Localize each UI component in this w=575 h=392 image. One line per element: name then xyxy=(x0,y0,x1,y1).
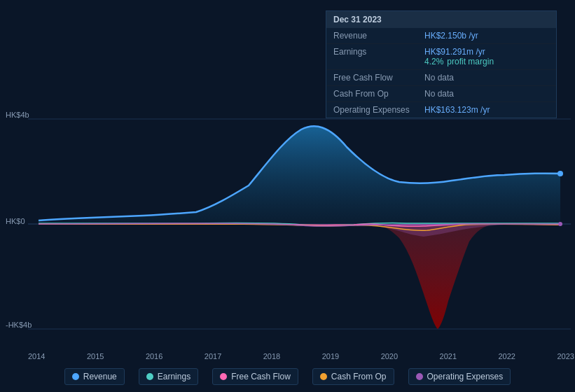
x-label-2020: 2020 xyxy=(381,352,398,360)
svg-point-3 xyxy=(557,171,563,176)
opex-row: Operating Expenses HK$163.123m /yr xyxy=(326,102,556,118)
profit-margin: 4.2% profit margin xyxy=(424,57,494,66)
x-label-2022: 2022 xyxy=(499,352,515,360)
earnings-dot xyxy=(146,373,153,380)
x-label-2014: 2014 xyxy=(28,352,45,360)
revenue-dot xyxy=(72,373,79,380)
earnings-values: HK$91.291m /yr 4.2% profit margin xyxy=(424,47,494,66)
opex-value: HK$163.123m /yr xyxy=(424,105,490,115)
revenue-label: Revenue xyxy=(333,31,424,41)
earnings-label: Earnings xyxy=(333,47,424,57)
profit-text: profit margin xyxy=(447,57,494,66)
cashfromop-label: Cash From Op xyxy=(333,89,424,99)
legend-cashfromop[interactable]: Cash From Op xyxy=(312,368,394,385)
x-label-2015: 2015 xyxy=(87,352,104,360)
opex-dot xyxy=(416,373,423,380)
earnings-value: HK$91.291m /yr xyxy=(424,47,494,57)
revenue-row: Revenue HK$2.150b /yr xyxy=(326,28,556,44)
legend-earnings-label: Earnings xyxy=(158,372,190,382)
profit-pct: 4.2% xyxy=(424,57,443,66)
legend-fcf-label: Free Cash Flow xyxy=(231,372,291,382)
x-label-2018: 2018 xyxy=(263,352,280,360)
x-axis: 2014 2015 2016 2017 2018 2019 2020 2021 … xyxy=(28,352,574,360)
legend-fcf[interactable]: Free Cash Flow xyxy=(212,368,298,385)
x-label-2023: 2023 xyxy=(557,352,574,360)
x-label-2017: 2017 xyxy=(205,352,221,360)
legend-revenue-label: Revenue xyxy=(83,372,117,382)
fcf-label: Free Cash Flow xyxy=(333,73,424,83)
revenue-value: HK$2.150b /yr xyxy=(424,31,478,41)
cashfromop-dot xyxy=(320,373,327,380)
legend-earnings[interactable]: Earnings xyxy=(139,368,198,385)
cashfromop-value: No data xyxy=(424,89,454,99)
info-title: Dec 31 2023 xyxy=(326,11,556,28)
legend-opex-label: Operating Expenses xyxy=(427,372,504,382)
fcf-dot xyxy=(220,373,227,380)
chart-legend: Revenue Earnings Free Cash Flow Cash Fro… xyxy=(0,368,575,385)
svg-point-4 xyxy=(558,222,562,226)
legend-opex[interactable]: Operating Expenses xyxy=(408,368,511,385)
x-label-2021: 2021 xyxy=(440,352,457,360)
fcf-value: No data xyxy=(424,73,454,83)
x-label-2019: 2019 xyxy=(322,352,339,360)
opex-label: Operating Expenses xyxy=(333,105,424,115)
legend-cashfromop-label: Cash From Op xyxy=(331,372,387,382)
info-tooltip: Dec 31 2023 Revenue HK$2.150b /yr Earnin… xyxy=(326,10,557,118)
earnings-row: Earnings HK$91.291m /yr 4.2% profit marg… xyxy=(326,44,556,70)
cashfromop-row: Cash From Op No data xyxy=(326,86,556,102)
x-label-2016: 2016 xyxy=(146,352,162,360)
legend-revenue[interactable]: Revenue xyxy=(64,368,125,385)
fcf-row: Free Cash Flow No data xyxy=(326,70,556,86)
